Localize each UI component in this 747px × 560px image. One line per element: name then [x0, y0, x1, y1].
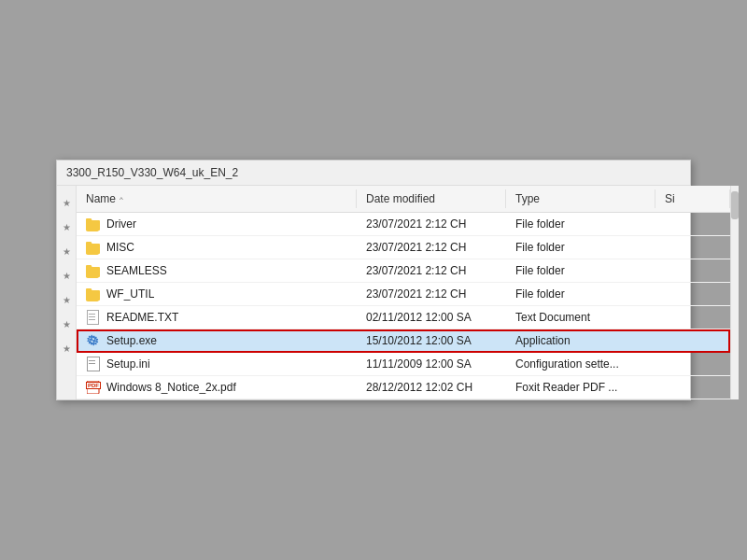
svg-rect-15 [87, 381, 99, 394]
file-type-cell: File folder [506, 259, 655, 282]
sidebar-icon-4[interactable]: ★ [57, 266, 76, 285]
file-name-text: SEAMLESS [106, 264, 167, 277]
pdf-icon: PDF [86, 380, 101, 395]
file-name-text: Setup.exe [106, 334, 157, 347]
file-size-cell [655, 353, 730, 375]
col-date-label: Date modified [366, 192, 435, 205]
file-name-cell: Setup.ini [77, 353, 357, 375]
sidebar-icon-7[interactable]: ★ [57, 339, 76, 357]
col-name-label: Name [86, 192, 116, 205]
sidebar-icon-5[interactable]: ★ [57, 290, 76, 309]
file-size-cell [655, 283, 730, 305]
file-type-cell: File folder [506, 213, 655, 235]
file-name-cell: ⚙Setup.exe [77, 329, 357, 352]
file-name-text: README.TXT [106, 311, 178, 324]
sidebar-icon-6[interactable]: ★ [57, 315, 76, 333]
txt-icon [86, 310, 101, 325]
file-name-cell: MISC [77, 236, 357, 259]
file-type-cell: Application [506, 329, 655, 352]
sidebar-icon-3[interactable]: ★ [57, 242, 76, 260]
col-date[interactable]: Date modified [357, 189, 506, 208]
file-name-cell: SEAMLESS [77, 259, 357, 282]
content-area: ★ ★ ★ ★ ★ ★ ★ Name ^ Date modified Type [57, 186, 690, 399]
svg-rect-1 [86, 218, 92, 222]
col-type[interactable]: Type [506, 189, 655, 208]
svg-text:PDF: PDF [88, 385, 97, 390]
file-date-cell: 23/07/2021 2:12 CH [357, 259, 506, 282]
col-name[interactable]: Name ^ [77, 189, 357, 208]
sidebar-icon-2[interactable]: ★ [57, 217, 76, 236]
table-row[interactable]: PDFWindows 8_Notice_2x.pdf28/12/2012 12:… [77, 376, 730, 399]
svg-rect-0 [86, 220, 100, 231]
ini-icon [86, 357, 101, 371]
file-date-cell: 15/10/2012 12:00 SA [357, 329, 506, 352]
file-date-cell: 23/07/2021 2:12 CH [357, 236, 506, 259]
title-bar: 3300_R150_V330_W64_uk_EN_2 [57, 161, 690, 186]
file-size-cell [655, 236, 730, 259]
column-headers: Name ^ Date modified Type Si [77, 186, 730, 213]
svg-rect-12 [88, 357, 98, 371]
folder-icon [86, 287, 101, 301]
file-type-cell: Configuration sette... [506, 353, 655, 375]
svg-rect-5 [86, 265, 92, 269]
file-name-text: Driver [106, 217, 136, 231]
folder-icon [86, 240, 101, 255]
file-date-cell: 11/11/2009 12:00 SA [357, 353, 506, 375]
file-name-text: Windows 8_Notice_2x.pdf [106, 381, 236, 394]
file-date-cell: 23/07/2021 2:12 CH [357, 213, 506, 235]
file-type-cell: File folder [506, 283, 655, 305]
scroll-thumb[interactable] [731, 191, 739, 219]
file-date-cell: 28/12/2012 12:02 CH [357, 376, 506, 399]
file-name-cell: PDFWindows 8_Notice_2x.pdf [77, 376, 357, 399]
file-name-text: Setup.ini [106, 357, 150, 371]
sidebar: ★ ★ ★ ★ ★ ★ ★ [57, 186, 77, 399]
col-size[interactable]: Si [655, 189, 730, 208]
svg-rect-2 [86, 244, 100, 254]
file-size-cell [655, 259, 730, 282]
file-name-cell: WF_UTIL [77, 283, 357, 305]
table-row[interactable]: Driver23/07/2021 2:12 CHFile folder [77, 213, 730, 236]
table-row[interactable]: Setup.ini11/11/2009 12:00 SAConfiguratio… [77, 353, 730, 376]
table-row[interactable]: MISC23/07/2021 2:12 CHFile folder [77, 236, 730, 259]
file-type-cell: Foxit Reader PDF ... [506, 376, 655, 399]
file-name-cell: Driver [77, 213, 357, 235]
file-date-cell: 23/07/2021 2:12 CH [357, 283, 506, 305]
table-row[interactable]: README.TXT02/11/2012 12:00 SAText Docume… [77, 306, 730, 329]
svg-rect-8 [88, 311, 98, 324]
svg-rect-4 [86, 267, 100, 277]
svg-rect-6 [86, 290, 100, 301]
file-type-cell: File folder [506, 236, 655, 259]
file-name-text: WF_UTIL [106, 287, 154, 301]
file-list: Name ^ Date modified Type Si Driver23/07… [77, 186, 730, 399]
file-date-cell: 02/11/2012 12:00 SA [357, 306, 506, 329]
file-name-cell: README.TXT [77, 306, 357, 329]
file-size-cell [655, 213, 730, 235]
folder-icon [86, 263, 101, 278]
file-size-cell [655, 376, 730, 399]
file-size-cell [655, 329, 730, 352]
folder-icon [86, 217, 101, 231]
table-row[interactable]: SEAMLESS23/07/2021 2:12 CHFile folder [77, 259, 730, 283]
file-type-cell: Text Document [506, 306, 655, 329]
window-title: 3300_R150_V330_W64_uk_EN_2 [66, 166, 238, 179]
table-row[interactable]: WF_UTIL23/07/2021 2:12 CHFile folder [77, 283, 730, 306]
exe-icon: ⚙ [86, 333, 101, 348]
file-rows-container: Driver23/07/2021 2:12 CHFile folderMISC2… [77, 213, 730, 399]
svg-rect-7 [86, 288, 92, 292]
file-name-text: MISC [106, 241, 134, 254]
col-size-label: Si [665, 192, 675, 205]
file-size-cell [655, 306, 730, 329]
file-explorer-window: 3300_R150_V330_W64_uk_EN_2 ★ ★ ★ ★ ★ ★ ★… [56, 160, 691, 400]
scrollbar[interactable] [730, 186, 739, 399]
table-row[interactable]: ⚙Setup.exe15/10/2012 12:00 SAApplication [77, 329, 730, 353]
col-type-label: Type [515, 192, 540, 205]
svg-rect-3 [86, 242, 92, 245]
sidebar-icon-1[interactable]: ★ [57, 193, 76, 212]
sort-arrow-icon: ^ [120, 195, 123, 203]
